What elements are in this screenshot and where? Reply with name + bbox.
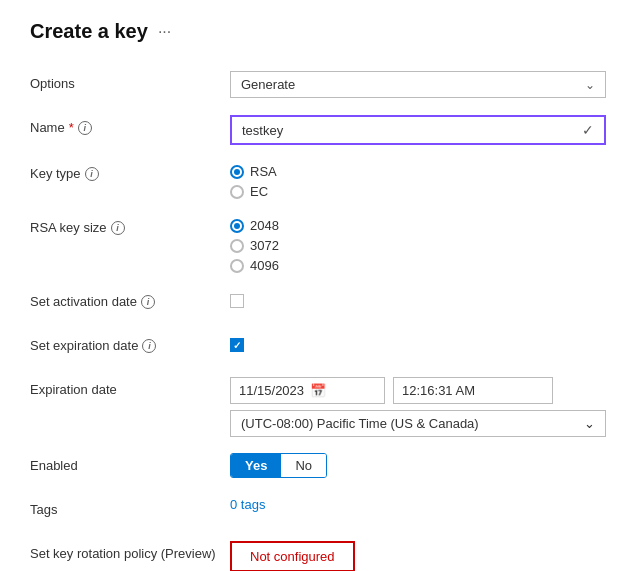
date-value: 11/15/2023 (239, 383, 304, 398)
rsa-key-size-info-icon[interactable]: i (111, 221, 125, 235)
options-select[interactable]: Generate ⌄ (230, 71, 606, 98)
page-title: Create a key (30, 20, 148, 43)
rsa-key-size-radio-group: 2048 3072 4096 (230, 215, 606, 273)
enabled-row: Enabled Yes No (30, 453, 606, 481)
key-type-radio-group: RSA EC (230, 161, 606, 199)
options-label: Options (30, 71, 230, 91)
key-type-control: RSA EC (230, 161, 606, 199)
rotation-policy-row: Set key rotation policy (Preview) Not co… (30, 541, 606, 571)
chevron-down-icon: ⌄ (584, 416, 595, 431)
toggle-no-button[interactable]: No (281, 454, 326, 477)
size-2048-radio[interactable] (230, 219, 244, 233)
rsa-key-size-row: RSA key size i 2048 3072 4096 (30, 215, 606, 273)
rotation-policy-button[interactable]: Not configured (230, 541, 355, 571)
check-icon: ✓ (582, 122, 594, 138)
name-input-value: testkey (242, 123, 283, 138)
expiration-date-field-control: 11/15/2023 📅 12:16:31 AM (UTC-08:00) Pac… (230, 377, 606, 437)
key-type-label: Key type i (30, 161, 230, 181)
enabled-toggle[interactable]: Yes No (230, 453, 327, 478)
activation-date-checkbox[interactable] (230, 294, 244, 308)
tags-label: Tags (30, 497, 230, 517)
size-4096-radio[interactable] (230, 259, 244, 273)
tags-control: 0 tags (230, 497, 606, 512)
calendar-icon: 📅 (310, 383, 326, 398)
rotation-policy-label: Set key rotation policy (Preview) (30, 541, 230, 561)
date-input[interactable]: 11/15/2023 📅 (230, 377, 385, 404)
date-time-row: 11/15/2023 📅 12:16:31 AM (230, 377, 606, 404)
options-row: Options Generate ⌄ (30, 71, 606, 99)
activation-date-label: Set activation date i (30, 289, 230, 309)
page-menu-ellipsis[interactable]: ··· (158, 23, 171, 41)
rotation-policy-control: Not configured (230, 541, 606, 571)
timezone-row: (UTC-08:00) Pacific Time (US & Canada) ⌄ (230, 410, 606, 437)
expiration-date-checkbox[interactable] (230, 338, 244, 352)
key-type-rsa[interactable]: RSA (230, 164, 606, 179)
name-info-icon[interactable]: i (78, 121, 92, 135)
toggle-yes-button[interactable]: Yes (231, 454, 281, 477)
key-size-3072[interactable]: 3072 (230, 238, 606, 253)
key-type-row: Key type i RSA EC (30, 161, 606, 199)
chevron-down-icon: ⌄ (585, 78, 595, 92)
name-label: Name * i (30, 115, 230, 135)
name-row: Name * i testkey ✓ (30, 115, 606, 145)
key-type-info-icon[interactable]: i (85, 167, 99, 181)
rsa-key-size-label: RSA key size i (30, 215, 230, 235)
key-type-ec[interactable]: EC (230, 184, 606, 199)
name-control: testkey ✓ (230, 115, 606, 145)
expiration-date-label: Set expiration date i (30, 333, 230, 353)
expiration-info-icon[interactable]: i (142, 339, 156, 353)
timezone-select[interactable]: (UTC-08:00) Pacific Time (US & Canada) ⌄ (230, 410, 606, 437)
expiration-date-field-row: Expiration date 11/15/2023 📅 12:16:31 AM… (30, 377, 606, 437)
required-indicator: * (69, 120, 74, 135)
tags-row: Tags 0 tags (30, 497, 606, 525)
page-header: Create a key ··· (30, 20, 606, 43)
expiration-date-field-label: Expiration date (30, 377, 230, 397)
size-3072-radio[interactable] (230, 239, 244, 253)
time-input[interactable]: 12:16:31 AM (393, 377, 553, 404)
key-size-2048[interactable]: 2048 (230, 218, 606, 233)
ec-radio-button[interactable] (230, 185, 244, 199)
expiration-date-row: Set expiration date i (30, 333, 606, 361)
timezone-value: (UTC-08:00) Pacific Time (US & Canada) (241, 416, 479, 431)
name-input[interactable]: testkey ✓ (230, 115, 606, 145)
key-size-4096[interactable]: 4096 (230, 258, 606, 273)
rsa-radio-button[interactable] (230, 165, 244, 179)
options-control: Generate ⌄ (230, 71, 606, 98)
activation-date-control (230, 289, 606, 308)
options-select-value: Generate (241, 77, 295, 92)
expiration-date-control (230, 333, 606, 352)
enabled-control: Yes No (230, 453, 606, 478)
activation-info-icon[interactable]: i (141, 295, 155, 309)
enabled-label: Enabled (30, 453, 230, 473)
time-value: 12:16:31 AM (402, 383, 475, 398)
activation-date-row: Set activation date i (30, 289, 606, 317)
rsa-key-size-control: 2048 3072 4096 (230, 215, 606, 273)
tags-link[interactable]: 0 tags (230, 497, 265, 512)
